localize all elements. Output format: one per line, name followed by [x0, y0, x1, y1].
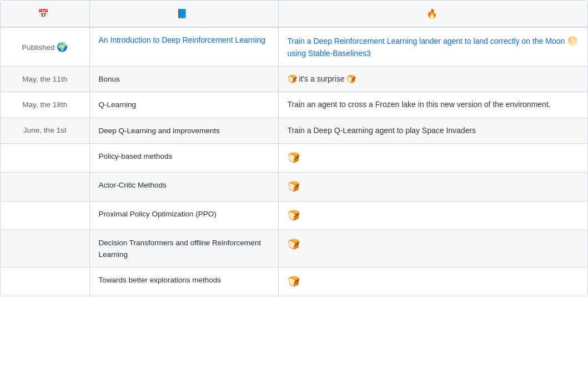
hands-on-cell: 🍞 — [278, 143, 588, 172]
hands-on-cell: Train an agent to cross a Frozen lake in… — [278, 92, 588, 118]
moon-icon: 🌕 — [567, 36, 578, 46]
table-header-row: 📅 📘 🔥 — [1, 1, 588, 27]
hands-on-text: Train a Deep Q-Learning agent to play Sp… — [288, 126, 476, 135]
hands-on-text: 🍞 it's a surprise 🍞 — [288, 74, 356, 83]
published-label: Published — [22, 43, 54, 52]
unit-text: Proximal Policy Optimization (PPO) — [99, 210, 217, 218]
date-label: May, the 18th — [22, 100, 67, 109]
hands-on-link[interactable]: Train a Deep Reinforcement Learning land… — [288, 37, 565, 46]
hands-on-cell: 🍞 — [278, 267, 588, 296]
date-cell — [1, 267, 89, 296]
unit-text: Deep Q-Learning and improvements — [99, 127, 220, 135]
header-unit: 📘 — [89, 1, 278, 27]
date-cell: May, the 18th — [1, 92, 89, 118]
date-cell — [1, 230, 89, 267]
hands-on-cell: 🍞 — [278, 201, 588, 230]
main-table-wrapper: 📅 📘 🔥 Published 🌍An Introduction to Deep… — [0, 0, 588, 296]
book-icon: 📘 — [177, 9, 188, 18]
date-cell — [1, 143, 89, 172]
table-row: June, the 1stDeep Q-Learning and improve… — [1, 118, 588, 143]
unit-cell: Proximal Policy Optimization (PPO) — [89, 201, 278, 230]
hands-on-cell[interactable]: Train a Deep Reinforcement Learning land… — [278, 27, 588, 67]
unit-cell: Policy-based methods — [89, 143, 278, 172]
surprise-bread-icon: 🍞 — [288, 276, 300, 287]
date-cell: May, the 11th — [1, 67, 89, 92]
table-row: Actor-Critic Methods🍞 — [1, 172, 588, 201]
globe-icon: 🌍 — [57, 42, 68, 52]
unit-cell: Bonus — [89, 67, 278, 92]
unit-text: Q-Learning — [99, 100, 137, 109]
unit-cell[interactable]: An Introduction to Deep Reinforcement Le… — [89, 27, 278, 67]
unit-text: Bonus — [99, 75, 120, 83]
table-row: Proximal Policy Optimization (PPO)🍞 — [1, 201, 588, 230]
unit-text: Decision Transformers and offline Reinfo… — [99, 239, 261, 259]
hands-on-cell: 🍞 — [278, 172, 588, 201]
unit-text: Actor-Critic Methods — [99, 181, 167, 189]
schedule-table: 📅 📘 🔥 Published 🌍An Introduction to Deep… — [1, 1, 588, 296]
table-body: Published 🌍An Introduction to Deep Reinf… — [1, 27, 588, 296]
table-row: Decision Transformers and offline Reinfo… — [1, 230, 588, 267]
table-row: May, the 18thQ-LearningTrain an agent to… — [1, 92, 588, 118]
table-row: Towards better explorations methods🍞 — [1, 267, 588, 296]
header-publishing-date: 📅 — [1, 1, 89, 27]
surprise-bread-icon: 🍞 — [288, 181, 300, 192]
unit-cell: Decision Transformers and offline Reinfo… — [89, 230, 278, 267]
hands-on-cell: 🍞 — [278, 230, 588, 267]
date-cell: June, the 1st — [1, 118, 89, 143]
hands-on-text: Train an agent to cross a Frozen lake in… — [288, 100, 551, 109]
surprise-bread-icon: 🍞 — [288, 152, 300, 163]
fire-icon: 🔥 — [426, 9, 438, 18]
stable-baselines-link[interactable]: using Stable-Baselines3 — [288, 49, 371, 58]
hands-on-cell: 🍞 it's a surprise 🍞 — [278, 67, 588, 92]
unit-text: Towards better explorations methods — [99, 276, 222, 284]
header-hands-on: 🔥 — [278, 1, 588, 27]
unit-cell: Q-Learning — [89, 92, 278, 118]
surprise-bread-icon: 🍞 — [288, 239, 300, 250]
date-label: May, the 11th — [22, 75, 67, 83]
date-label: June, the 1st — [23, 126, 66, 134]
unit-cell: Towards better explorations methods — [89, 267, 278, 296]
date-cell: Published 🌍 — [1, 27, 89, 67]
unit-cell: Actor-Critic Methods — [89, 172, 278, 201]
surprise-bread-icon: 🍞 — [288, 210, 300, 221]
table-row: Published 🌍An Introduction to Deep Reinf… — [1, 27, 588, 67]
date-cell — [1, 201, 89, 230]
table-row: May, the 11thBonus🍞 it's a surprise 🍞 — [1, 67, 588, 92]
table-row: Policy-based methods🍞 — [1, 143, 588, 172]
unit-text: Policy-based methods — [99, 152, 173, 160]
unit-cell: Deep Q-Learning and improvements — [89, 118, 278, 143]
date-cell — [1, 172, 89, 201]
unit-link[interactable]: An Introduction to Deep Reinforcement Le… — [99, 36, 265, 44]
hands-on-cell: Train a Deep Q-Learning agent to play Sp… — [278, 118, 588, 143]
calendar-icon: 📅 — [38, 9, 49, 18]
